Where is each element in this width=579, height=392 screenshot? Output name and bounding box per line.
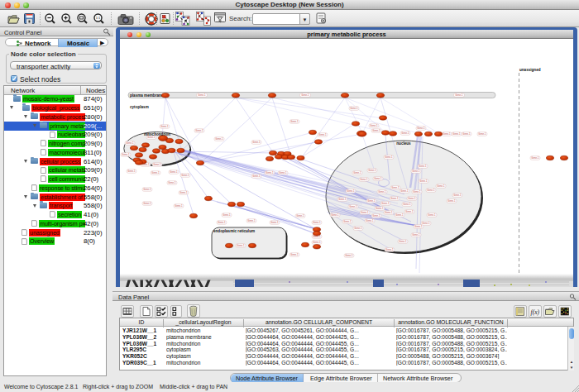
svg-text:Gene-1: Gene-1	[405, 210, 414, 213]
svg-text:plasma membrane: plasma membrane	[130, 93, 164, 98]
svg-text:Gene-1: Gene-1	[419, 165, 427, 168]
svg-text:Gene-1: Gene-1	[427, 189, 435, 192]
svg-text:Gene-1: Gene-1	[170, 170, 178, 174]
svg-text:Gene-1: Gene-1	[252, 141, 261, 144]
svg-text:Gene-1: Gene-1	[381, 202, 390, 205]
svg-text:Gene-1: Gene-1	[385, 155, 393, 159]
svg-text:Gene-1: Gene-1	[374, 177, 382, 180]
svg-text:Gene-1: Gene-1	[462, 132, 471, 136]
svg-text:Gene-1: Gene-1	[452, 132, 461, 136]
svg-text:Gene-1: Gene-1	[376, 207, 384, 210]
svg-text:Gene-1: Gene-1	[391, 186, 400, 189]
svg-text:Gene-1: Gene-1	[122, 153, 130, 156]
svg-text:Gene-1: Gene-1	[345, 254, 353, 257]
svg-text:Gene-1: Gene-1	[338, 198, 347, 201]
svg-text:Gene-1: Gene-1	[372, 129, 380, 132]
svg-text:Gene-1: Gene-1	[361, 211, 369, 214]
svg-text:Gene-1: Gene-1	[160, 125, 169, 128]
svg-text:Gene-1: Gene-1	[395, 213, 404, 217]
svg-text:Gene-1: Gene-1	[385, 248, 394, 251]
svg-text:Gene-1: Gene-1	[168, 181, 176, 184]
svg-text:Gene-1: Gene-1	[179, 191, 188, 194]
svg-text:Gene-1: Gene-1	[399, 240, 407, 243]
svg-text:Gene-1: Gene-1	[349, 205, 357, 208]
svg-text:Gene-1: Gene-1	[343, 220, 352, 223]
svg-text:Gene-1: Gene-1	[414, 225, 423, 228]
svg-text:Gene-1: Gene-1	[313, 221, 321, 224]
svg-text:Gene-1: Gene-1	[252, 174, 261, 178]
svg-text:Gene-1: Gene-1	[143, 202, 151, 205]
svg-text:Gene-1: Gene-1	[531, 156, 539, 160]
svg-text:Gene-1: Gene-1	[390, 197, 399, 200]
svg-text:Gene-1: Gene-1	[313, 241, 321, 244]
svg-text:Gene-1: Gene-1	[247, 219, 256, 222]
svg-text:Gene-1: Gene-1	[215, 137, 223, 141]
svg-text:Gene-1: Gene-1	[370, 124, 378, 127]
svg-text:Gene-1: Gene-1	[408, 197, 416, 200]
svg-text:Gene-1: Gene-1	[347, 189, 355, 193]
svg-text:Gene-1: Gene-1	[368, 169, 376, 172]
svg-text:Gene-1: Gene-1	[290, 120, 299, 123]
svg-text:Gene-1: Gene-1	[453, 194, 462, 197]
svg-text:Gene-1: Gene-1	[428, 213, 436, 217]
svg-text:Gene-1: Gene-1	[223, 213, 231, 217]
svg-text:Gene-1: Gene-1	[367, 199, 376, 203]
svg-text:Gene-1: Gene-1	[378, 190, 386, 194]
svg-text:Gene-1: Gene-1	[151, 171, 160, 174]
svg-text:Gene-1: Gene-1	[400, 189, 409, 193]
svg-text:Gene-1: Gene-1	[195, 129, 203, 132]
svg-text:Gene-1: Gene-1	[360, 178, 368, 181]
svg-text:Gene-1: Gene-1	[270, 221, 279, 224]
svg-text:Gene-1: Gene-1	[301, 93, 309, 97]
svg-text:Gene-1: Gene-1	[422, 222, 430, 225]
svg-text:Gene-1: Gene-1	[153, 163, 161, 166]
svg-text:Gene-1: Gene-1	[181, 174, 189, 177]
svg-text:endoplasmic reticulum: endoplasmic reticulum	[213, 229, 255, 233]
svg-text:Gene-1: Gene-1	[353, 171, 361, 174]
svg-text:Gene-1: Gene-1	[354, 227, 362, 230]
svg-text:Gene-1: Gene-1	[412, 170, 420, 173]
svg-text:Gene-1: Gene-1	[385, 211, 393, 214]
svg-text:Gene-1: Gene-1	[419, 179, 428, 183]
svg-text:Gene-1: Gene-1	[437, 184, 445, 188]
svg-text:Gene-1: Gene-1	[412, 233, 420, 237]
svg-text:mitochondrion: mitochondrion	[144, 132, 170, 136]
svg-text:Gene-1: Gene-1	[366, 219, 374, 222]
svg-text:Gene-1: Gene-1	[279, 171, 287, 174]
svg-text:Gene-1: Gene-1	[401, 131, 409, 135]
svg-text:nucleus: nucleus	[396, 141, 411, 146]
svg-text:Gene-1: Gene-1	[127, 170, 136, 173]
svg-text:f(x): f(x)	[531, 308, 540, 316]
svg-text:Gene-1: Gene-1	[318, 133, 327, 136]
svg-text:Gene-1: Gene-1	[175, 204, 183, 208]
svg-text:Gene-1: Gene-1	[290, 253, 299, 256]
svg-text:Gene-1: Gene-1	[447, 199, 456, 203]
svg-text:Gene-1: Gene-1	[126, 141, 134, 145]
svg-text:Gene-1: Gene-1	[413, 190, 421, 194]
svg-text:Gene-1: Gene-1	[218, 221, 226, 224]
svg-text:cytoplasm: cytoplasm	[130, 105, 149, 109]
svg-text:unassigned: unassigned	[519, 68, 541, 72]
svg-text:Gene-1: Gene-1	[417, 127, 425, 130]
svg-text:1:1: 1:1	[96, 16, 101, 20]
svg-text:Gene-1: Gene-1	[143, 188, 151, 191]
svg-text:Gene-1: Gene-1	[237, 244, 245, 247]
svg-text:Gene-1: Gene-1	[296, 214, 304, 218]
svg-text:Gene-1: Gene-1	[266, 171, 274, 174]
svg-text:Gene-1: Gene-1	[198, 93, 206, 97]
svg-text:Gene-1: Gene-1	[478, 132, 486, 136]
svg-text:Gene-1: Gene-1	[350, 107, 358, 110]
svg-text:Gene-1: Gene-1	[331, 213, 339, 217]
svg-text:Gene-1: Gene-1	[443, 132, 451, 136]
svg-text:Gene-1: Gene-1	[455, 93, 463, 97]
svg-text:Gene-1: Gene-1	[372, 214, 380, 218]
svg-text:Gene-1: Gene-1	[403, 203, 411, 206]
